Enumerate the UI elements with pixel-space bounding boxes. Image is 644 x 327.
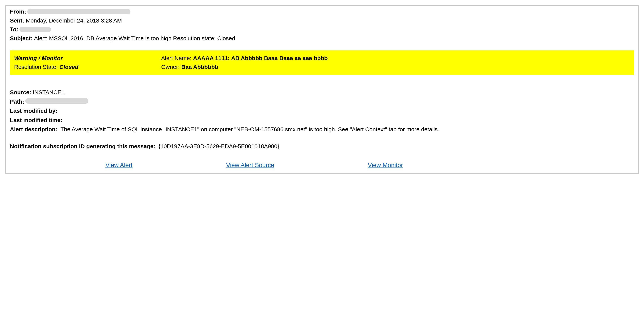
highlight-row-2: Resolution State: Closed Owner: Baa Abbb… xyxy=(10,62,634,71)
source-label: Source: xyxy=(10,88,31,96)
sent-row: Sent: Monday, December 24, 2018 3:28 AM xyxy=(10,16,634,25)
subject-label: Subject: xyxy=(10,34,32,42)
subject-row: Subject: Alert: MSSQL 2016: DB Average W… xyxy=(10,34,634,43)
view-alert-link[interactable]: View Alert xyxy=(106,162,132,169)
subscription-value: {10D197AA-3E8D-5629-EDA9-5E001018A980} xyxy=(158,143,279,149)
resolution-state-value: Closed xyxy=(60,64,78,70)
subscription-label: Notification subscription ID generating … xyxy=(10,143,156,149)
to-row: To: xyxy=(10,25,634,34)
email-container: From: Sent: Monday, December 24, 2018 3:… xyxy=(5,5,639,174)
source-row: Source: INSTANCE1 xyxy=(10,88,634,97)
path-redacted xyxy=(26,98,88,104)
view-alert-source-link[interactable]: View Alert Source xyxy=(226,162,274,169)
owner-cell: Owner: Baa Abbbbbb xyxy=(161,64,630,70)
view-monitor-link[interactable]: View Monitor xyxy=(368,162,403,169)
to-label: To: xyxy=(10,25,18,33)
last-modified-time-row: Last modified time: xyxy=(10,116,634,125)
last-modified-by-row: Last modified by: xyxy=(10,106,634,116)
alert-description-value: The Average Wait Time of SQL instance "I… xyxy=(60,126,439,132)
to-redacted xyxy=(20,27,51,32)
alert-name-cell: Alert Name: AAAAA 1111: AB Abbbbb Baaa B… xyxy=(161,55,630,61)
sent-value: Monday, December 24, 2018 3:28 AM xyxy=(26,17,122,25)
from-redacted xyxy=(27,9,130,14)
from-label: From: xyxy=(10,8,26,16)
alert-name-value: AAAAA 1111: AB Abbbbb Baaa Baaa aa aaa b… xyxy=(193,55,328,61)
sent-label: Sent: xyxy=(10,17,24,25)
from-row: From: xyxy=(10,7,634,16)
owner-label: Owner: xyxy=(161,64,181,70)
links-row: View Alert View Alert Source View Monito… xyxy=(10,162,634,169)
alert-description-row: Alert description: The Average Wait Time… xyxy=(10,125,634,134)
source-value: INSTANCE1 xyxy=(33,88,64,96)
alert-name-label: Alert Name: xyxy=(161,55,193,61)
subject-value: Alert: MSSQL 2016: DB Average Wait Time … xyxy=(34,34,235,42)
path-row: Path: xyxy=(10,97,634,106)
resolution-state-cell: Resolution State: Closed xyxy=(14,64,161,70)
resolution-state-label: Resolution State: xyxy=(14,64,60,70)
path-label: Path: xyxy=(10,98,24,106)
subscription-row: Notification subscription ID generating … xyxy=(10,142,634,151)
highlight-row-1: Warning / Monitor Alert Name: AAAAA 1111… xyxy=(10,54,634,62)
last-modified-by-label: Last modified by: xyxy=(10,108,57,114)
alert-description-label: Alert description: xyxy=(10,126,57,132)
highlight-block: Warning / Monitor Alert Name: AAAAA 1111… xyxy=(10,50,634,75)
last-modified-time-label: Last modified time: xyxy=(10,117,62,123)
owner-value: Baa Abbbbbb xyxy=(181,64,218,70)
warning-monitor-label: Warning / Monitor xyxy=(14,55,161,61)
